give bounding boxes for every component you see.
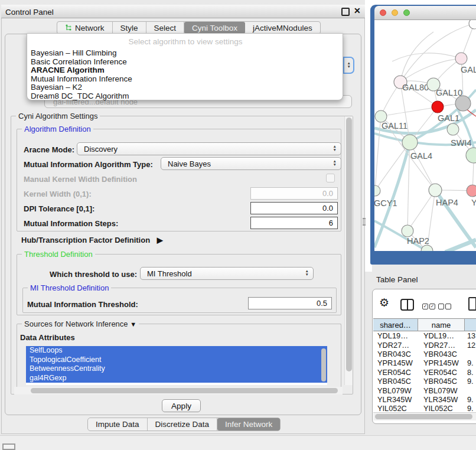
mi-algorithm-type-label: Mutual Information Algorithm Type: [24,160,153,169]
list-item[interactable]: TopologicalCoefficient [26,356,327,365]
network-node-gal1[interactable] [432,101,444,113]
select-all-checkbox-icon[interactable]: ✓ [422,304,428,309]
table-row[interactable]: YDL19…YDL19…13 [373,331,476,340]
network-node[interactable] [466,148,476,163]
tab-network[interactable]: Network [57,22,113,34]
network-node-label: Y [471,198,476,207]
minimize-traffic-light[interactable] [392,9,398,16]
mi-threshold-field[interactable]: 0.5 [248,297,332,309]
table-horizontal-scrollbar[interactable] [373,412,476,420]
table-row[interactable]: YBR043CYBR043C [373,350,476,358]
stepper-icon: ▲▼ [333,159,337,167]
mi-algorithm-type-select[interactable]: Naive Bayes ▲▼ [161,157,341,170]
zoom-traffic-light[interactable] [403,9,410,16]
settings-vertical-scrollbar[interactable] [344,116,353,385]
network-node[interactable] [469,20,476,29]
tab-impute-data[interactable]: Impute Data [88,418,148,431]
network-node-label: HAP4 [436,198,458,207]
network-node-label: GAL4 [410,151,432,161]
stepper-icon: ▲▼ [333,145,337,152]
network-node-swi4[interactable] [447,123,459,135]
network-node-gcy1[interactable] [374,185,380,196]
scrollbar-thumb[interactable] [375,414,472,419]
tab-label: Style [120,24,138,32]
apply-button[interactable]: Apply [162,399,201,412]
dropdown-item-selected[interactable]: ARACNE Algorithm [31,66,339,75]
close-traffic-light[interactable] [380,9,386,16]
dpi-tolerance-label: DPI Tolerance [0,1]: [24,204,94,213]
network-canvas[interactable]: GALGAL80GAL10GAL1GAL11SWI4GAL4HAP4YGCY1H… [374,20,476,251]
dropdown-item[interactable]: Bayesian – Hill Climbing [31,49,339,58]
bottom-left-partial-icon[interactable] [2,444,15,450]
select-all-checkbox-icon[interactable]: ✓ [429,304,435,309]
tab-select[interactable]: Select [146,22,185,34]
tab-style[interactable]: Style [113,22,146,34]
tab-discretize-data[interactable]: Discretize Data [148,418,218,431]
dropdown-item[interactable]: Mutual Information Inference [31,75,339,84]
control-panel-tabbar: Network Style Select Cyni Toolbox jActiv… [57,21,321,34]
network-node-hap4[interactable] [429,184,442,197]
network-node-gal11[interactable] [375,110,387,122]
table-row[interactable]: YER054CYER054C8. [373,368,476,377]
table-row[interactable]: YBL079WYBL079W [373,386,476,394]
dropdown-item[interactable]: Dream8 DC_TDC Algorithm [31,92,339,101]
deselect-all-checkbox-icon[interactable] [445,304,451,309]
network-node-hap2[interactable] [402,225,413,237]
table-row[interactable]: YDR27…YDR27…12 [373,340,476,349]
table-row[interactable]: YPR145WYPR145W9. [373,358,476,367]
list-item[interactable]: SelfLoops [26,346,327,356]
column-header-partial[interactable] [465,318,476,331]
kernel-width-field[interactable]: 0.0 [250,187,338,200]
float-window-icon[interactable] [341,8,350,16]
tab-jactivemnodules[interactable]: jActiveMNodules [245,22,320,34]
hub-definition-toggle[interactable]: Hub/Transcription Factor Definition ▶ [21,236,163,244]
group-title: Cyni Algorithm Settings [16,112,100,120]
aracne-mode-select[interactable]: Discovery ▲▼ [77,142,341,155]
group-title[interactable]: Sources for Network Inference ▼ [22,319,139,328]
manual-kernel-width-checkbox[interactable] [326,174,335,182]
close-icon[interactable]: ✕ [354,6,361,15]
sources-title: Sources for Network Inference [24,319,128,328]
column-layout-icon[interactable] [400,299,414,311]
tab-cyni-toolbox[interactable]: Cyni Toolbox [184,22,245,34]
network-node[interactable] [455,96,471,111]
network-node-y[interactable] [467,185,476,197]
network-node-label: GAL1 [438,113,459,123]
network-tab-icon [65,24,72,31]
dpi-tolerance-field[interactable]: 0.0 [250,202,338,214]
group-title: MI Threshold Definition [28,283,111,292]
dropdown-item[interactable]: Bayesian – K2 [31,83,339,92]
table-row[interactable]: YIL052CYIL052C9. [373,404,476,412]
table-row[interactable]: YLR345WYLR345W9. [373,395,476,404]
network-node-gal4[interactable] [402,135,418,150]
column-header-shared[interactable]: shared… [373,318,418,331]
tab-label: Select [154,24,177,32]
control-panel-titlebar[interactable] [1,5,365,18]
column-header-name[interactable]: name [418,318,465,331]
dropdown-item[interactable]: Basic Correlation Inference [31,58,339,67]
data-attributes-list[interactable]: SelfLoops TopologicalCoefficient Between… [26,346,327,385]
network-node-label: GCY1 [374,198,397,208]
panel-splitter-handle[interactable] [363,218,366,226]
tab-infer-network[interactable]: Infer Network [217,418,280,431]
list-scrollbar[interactable] [321,348,326,381]
settings-horizontal-scrollbar[interactable] [14,387,343,394]
network-node[interactable] [421,245,433,251]
mi-steps-field[interactable]: 6 [250,217,338,229]
scrollbar-thumb[interactable] [346,118,352,371]
obscured-combobox-focus-ring: ▲▼ [343,57,354,74]
which-threshold-select[interactable]: MI Threshold ▲▼ [140,267,314,280]
network-window-titlebar[interactable] [374,6,476,20]
scrollbar-thumb[interactable] [31,388,338,393]
new-table-icon[interactable] [468,297,476,311]
table-row[interactable]: YBR045CYBR045C9. [373,377,476,386]
network-node-gal[interactable] [455,53,467,64]
list-item[interactable]: gal4RGexp [26,374,327,383]
deselect-all-checkbox-icon[interactable] [438,304,444,309]
list-item[interactable]: BetweennessCentrality [26,364,327,374]
network-node-label: SWI4 [451,138,471,148]
table-settings-gear-icon[interactable]: ⚙ [379,296,389,309]
selected-value: MI Threshold [147,269,192,278]
mi-threshold-label: Mutual Information Threshold: [27,300,138,309]
table-header-row: shared… name [373,318,476,331]
